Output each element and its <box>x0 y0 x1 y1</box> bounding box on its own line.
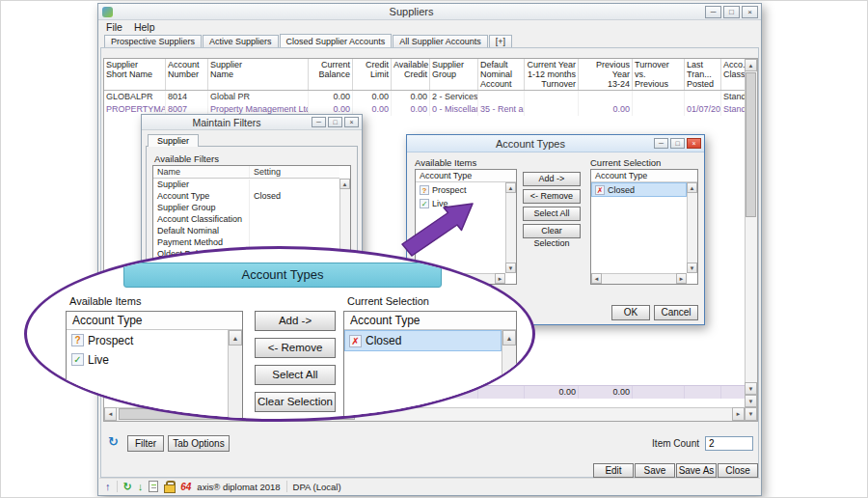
close-button[interactable]: Close <box>718 463 758 478</box>
close-icon[interactable]: × <box>687 138 701 149</box>
callout-remove-button: <- Remove <box>255 338 336 358</box>
tab-all-supplier-accounts[interactable]: All Supplier Accounts <box>393 35 488 47</box>
filter-row-supplier[interactable]: Supplier <box>153 180 339 191</box>
tab-prospective-suppliers[interactable]: Prospective Suppliers <box>104 35 202 47</box>
col-previous-year-turnover[interactable]: Previous Year 13-24 months Turnover <box>579 59 633 90</box>
account-types-titlebar: Account Types ─ □ × <box>407 135 704 152</box>
minimize-icon[interactable]: ─ <box>312 117 326 127</box>
prospect-icon: ? <box>71 334 84 346</box>
table-row-globalpr[interactable]: GLOBALPR 8014 Global PR 0.00 0.00 0.00 2… <box>104 91 745 103</box>
scroll-bottom-icon[interactable]: ▼ <box>745 395 757 407</box>
minimize-icon[interactable]: ─ <box>705 6 721 18</box>
item-label: Live <box>88 353 109 367</box>
scroll-left-icon[interactable]: ◄ <box>104 407 117 421</box>
col-account-number[interactable]: Account Number <box>166 59 208 90</box>
menu-help[interactable]: Help <box>134 21 155 33</box>
filter-row-account-classification[interactable]: Account Classification <box>153 214 339 226</box>
scroll-down-icon[interactable]: ▼ <box>687 263 697 273</box>
filter-name: Account Classification <box>153 214 250 226</box>
table-cell <box>478 91 525 103</box>
table-cell: 0 - Miscellane... <box>430 103 478 116</box>
col-supplier-name[interactable]: Supplier Name <box>208 59 309 90</box>
col-credit-limit[interactable]: Credit Limit <box>353 59 392 90</box>
filter-name: Supplier Group <box>153 203 250 214</box>
close-icon[interactable]: × <box>742 6 758 18</box>
col-name[interactable]: Name <box>153 166 250 178</box>
minimize-icon[interactable]: ─ <box>654 138 668 149</box>
edit-button[interactable]: Edit <box>593 463 634 478</box>
table-cell: Stand... <box>721 103 745 116</box>
scroll-right-icon[interactable]: ► <box>495 273 505 284</box>
dialog-title: Maintain Filters <box>142 117 312 128</box>
scroll-up-icon[interactable]: ▲ <box>339 179 350 189</box>
callout-available-items-label: Available Items <box>69 295 141 307</box>
save-button[interactable]: Save <box>635 463 675 478</box>
current-selection-label: Current Selection <box>590 157 661 168</box>
maximize-icon[interactable]: □ <box>328 117 342 127</box>
filter-row-default-nominal[interactable]: Default Nominal <box>153 226 339 237</box>
scroll-corner-icon[interactable]: ▼ <box>745 407 757 421</box>
maximize-icon[interactable]: □ <box>723 6 740 18</box>
table-cell <box>525 103 579 116</box>
table-cell: GLOBALPR <box>104 91 166 103</box>
scroll-up-icon[interactable]: ▲ <box>745 59 757 71</box>
item-label: Closed <box>608 185 635 195</box>
ok-button[interactable]: OK <box>611 305 650 320</box>
scroll-down-icon[interactable]: ▼ <box>745 382 757 395</box>
tab-options-button[interactable]: Tab Options <box>168 435 230 452</box>
tab-supplier[interactable]: Supplier <box>148 134 199 147</box>
col-available-credit[interactable]: Available Credit <box>392 59 430 90</box>
dpa-label: DPA (Local) <box>293 482 341 492</box>
add-button[interactable]: Add -> <box>523 172 581 186</box>
select-all-button[interactable]: Select All <box>523 207 581 221</box>
scroll-left-icon[interactable]: ◄ <box>591 273 602 284</box>
document-icon <box>149 481 158 492</box>
scroll-up-icon[interactable]: ▲ <box>687 182 697 193</box>
table-cell <box>633 91 685 103</box>
table-cell: Stand... <box>721 91 745 103</box>
maximize-icon[interactable]: □ <box>670 138 685 149</box>
current-selection-list: Account Type ✗ Closed ▲ ▼ ◄ ► <box>590 169 698 285</box>
table-cell: 2 - Services <box>430 91 478 103</box>
filter-button[interactable]: Filter <box>127 435 164 452</box>
tab-closed-supplier-accounts[interactable]: Closed Supplier Accounts <box>280 34 393 48</box>
live-icon: ✓ <box>71 353 84 366</box>
remove-button[interactable]: <- Remove <box>523 189 581 204</box>
col-last-tran-posted[interactable]: Last Tran... Posted <box>685 59 721 90</box>
col-default-nominal[interactable]: Default Nominal Account <box>478 59 525 90</box>
tab-add-new[interactable]: [+] <box>489 35 512 47</box>
vscroll-thumb[interactable] <box>746 72 756 217</box>
menu-file[interactable]: File <box>106 21 122 33</box>
list-header[interactable]: Account Type <box>416 170 516 182</box>
list-header[interactable]: Account Type <box>591 170 697 182</box>
scroll-right-icon[interactable]: ► <box>676 273 687 284</box>
col-turnover-vs-previous[interactable]: Turnover vs. Previous Ye... <box>633 59 685 90</box>
callout-list-header: Account Type <box>344 312 516 330</box>
close-icon[interactable]: × <box>344 117 359 127</box>
callout-magnifier: Account Types Available Items Current Se… <box>24 246 535 422</box>
scroll-up-icon[interactable]: ▲ <box>505 182 516 193</box>
col-account-class[interactable]: Acco... Class... <box>721 59 745 90</box>
tab-active-suppliers[interactable]: Active Suppliers <box>203 35 279 47</box>
list-item-prospect[interactable]: ? Prospect <box>417 183 504 196</box>
col-setting[interactable]: Setting <box>250 166 339 178</box>
filter-row-supplier-group[interactable]: Supplier Group <box>153 203 339 214</box>
scroll-down-icon[interactable]: ▼ <box>505 263 516 273</box>
table-cell <box>525 91 579 103</box>
scroll-right-icon[interactable]: ► <box>732 407 745 421</box>
col-current-balance[interactable]: Current Balance <box>309 59 353 90</box>
col-supplier-group[interactable]: Supplier Group <box>430 59 478 90</box>
app-icon <box>102 7 113 17</box>
save-as-button[interactable]: Save As <box>676 463 717 478</box>
grid-header-row: Supplier Short Name Account Number Suppl… <box>104 59 745 91</box>
navigator-up-icon: ↑ <box>105 482 111 492</box>
refresh-icon[interactable]: ↻ <box>108 434 119 449</box>
callout-select-all-button: Select All <box>255 365 336 385</box>
item-count-input[interactable] <box>705 436 753 451</box>
col-current-year-turnover[interactable]: Current Year 1-12 months Turnover <box>525 59 579 90</box>
col-supplier-short-name[interactable]: Supplier Short Name <box>104 59 166 90</box>
cancel-button[interactable]: Cancel <box>654 305 698 320</box>
filter-row-account-type[interactable]: Account TypeClosed <box>153 191 339 203</box>
clear-selection-button[interactable]: Clear Selection <box>523 224 581 238</box>
list-item-closed[interactable]: ✗ Closed <box>592 183 686 196</box>
